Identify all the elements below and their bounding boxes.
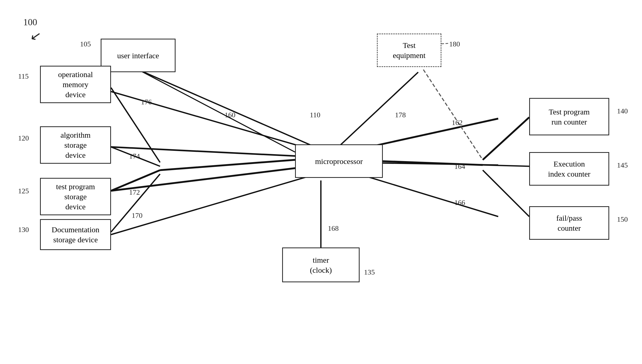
user-interface-ref: 105 — [80, 40, 91, 48]
line-label-176: 176 — [141, 98, 152, 106]
line-label-170: 170 — [132, 211, 142, 220]
algorithm-storage-box: algorithmstoragedevice — [40, 126, 111, 164]
line-label-162: 162 — [452, 119, 463, 127]
user-interface-label: user interface — [117, 51, 159, 61]
line-label-178: 178 — [395, 111, 406, 119]
svg-line-10 — [160, 160, 295, 170]
test-program-run-counter-label: Test programrun counter — [549, 107, 590, 127]
line-label-164: 164 — [454, 162, 465, 171]
line-label-172: 172 — [129, 188, 140, 196]
test-equipment-label: Testequipment — [393, 40, 426, 60]
operational-memory-label: operationalmemorydevice — [58, 69, 93, 100]
microprocessor-box: microprocessor — [295, 144, 383, 178]
microprocessor-ref: 110 — [310, 111, 320, 119]
svg-line-0 — [138, 70, 321, 150]
line-label-166: 166 — [454, 198, 465, 207]
svg-line-21 — [441, 43, 449, 44]
execution-index-counter-label: Executionindex counter — [548, 159, 590, 179]
svg-line-3 — [111, 165, 321, 191]
documentation-storage-box: Documentationstorage device — [40, 219, 111, 250]
fail-pass-counter-box: fail/passcounter — [529, 206, 609, 240]
svg-line-14 — [111, 174, 160, 232]
diagram: 100 ↙ microprocessor 110 user interface … — [0, 0, 642, 364]
svg-line-20 — [423, 70, 483, 160]
operational-memory-ref: 115 — [18, 72, 29, 80]
fail-pass-counter-ref: 150 — [617, 215, 628, 224]
test-program-storage-ref: 125 — [18, 187, 29, 195]
timer-ref: 135 — [364, 268, 375, 276]
svg-line-17 — [483, 117, 529, 160]
figure-arrow: ↙ — [29, 28, 42, 44]
test-equipment-box: Testequipment — [377, 34, 441, 67]
svg-line-15 — [138, 70, 295, 152]
svg-line-13 — [111, 170, 160, 191]
line-label-168: 168 — [328, 224, 339, 233]
line-label-174: 174 — [129, 152, 140, 160]
test-equipment-ref: 180 — [449, 40, 460, 48]
user-interface-box: user interface — [101, 39, 176, 72]
documentation-storage-ref: 130 — [18, 226, 29, 234]
operational-memory-box: operationalmemorydevice — [40, 66, 111, 103]
algorithm-storage-label: algorithmstoragedevice — [60, 130, 91, 160]
documentation-storage-label: Documentationstorage device — [52, 225, 99, 245]
figure-number: 100 — [23, 17, 37, 28]
svg-line-11 — [111, 88, 160, 162]
svg-line-4 — [111, 173, 321, 235]
microprocessor-label: microprocessor — [315, 156, 363, 166]
svg-line-6 — [336, 72, 418, 150]
execution-index-counter-ref: 145 — [617, 161, 628, 169]
test-program-run-counter-ref: 140 — [617, 107, 628, 115]
test-program-storage-box: test programstoragedevice — [40, 178, 111, 215]
fail-pass-counter-label: fail/passcounter — [556, 213, 582, 233]
line-label-160: 160 — [225, 111, 235, 119]
svg-line-2 — [111, 147, 321, 157]
svg-line-19 — [483, 170, 529, 217]
algorithm-storage-ref: 120 — [18, 134, 29, 142]
svg-line-18 — [483, 165, 529, 166]
execution-index-counter-box: Executionindex counter — [529, 152, 609, 186]
timer-label: timer(clock) — [310, 255, 332, 275]
test-program-run-counter-box: Test programrun counter — [529, 98, 609, 135]
timer-box: timer(clock) — [282, 247, 360, 282]
test-program-storage-label: test programstoragedevice — [56, 181, 95, 212]
